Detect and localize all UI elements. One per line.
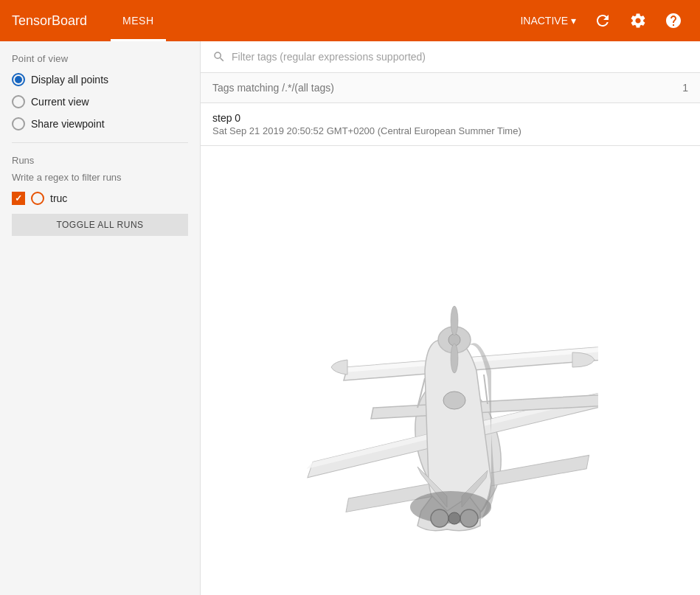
svg-point-15: [443, 392, 465, 409]
main-content: Tags matching / .* /(all tags) 1 step 0 …: [201, 41, 700, 595]
svg-point-10: [451, 306, 458, 335]
filter-tags-input[interactable]: [232, 51, 688, 63]
tags-bar: Tags matching / .* /(all tags) 1: [201, 73, 700, 103]
point-of-view-options: Display all points Current view Share vi…: [12, 73, 188, 131]
run-item-truc: truc: [12, 192, 188, 205]
filter-bar: [201, 41, 700, 73]
svg-point-11: [451, 344, 458, 373]
runs-title: Runs: [12, 155, 188, 166]
header-right: INACTIVE ▾: [514, 6, 688, 35]
run-color-dot-truc: [31, 192, 44, 205]
refresh-icon: [594, 12, 611, 29]
svg-point-18: [448, 512, 460, 524]
app-logo: TensorBoard: [12, 13, 87, 29]
step-info: step 0 Sat Sep 21 2019 20:50:52 GMT+0200…: [201, 103, 700, 146]
tags-bar-pattern: .*: [285, 82, 291, 94]
search-icon: [212, 50, 226, 63]
dropdown-arrow-icon: ▾: [571, 15, 576, 27]
point-of-view-title: Point of view: [12, 53, 188, 64]
status-dropdown[interactable]: INACTIVE ▾: [514, 10, 582, 31]
run-checkbox-truc[interactable]: [12, 192, 25, 205]
app-header: TensorBoard MESH INACTIVE ▾: [0, 0, 700, 41]
runs-filter-hint: Write a regex to filter runs: [12, 172, 188, 183]
tags-bar-count: 1: [682, 82, 688, 94]
settings-button[interactable]: [623, 6, 653, 35]
help-icon: [665, 12, 682, 29]
radio-share-viewpoint[interactable]: Share viewpoint: [12, 117, 188, 131]
svg-point-16: [431, 509, 448, 527]
step-info-date: Sat Sep 21 2019 20:50:52 GMT+0200 (Centr…: [212, 125, 688, 136]
toggle-all-runs-button[interactable]: TOGGLE ALL RUNS: [12, 214, 188, 236]
tags-bar-prefix: Tags matching /: [212, 82, 285, 94]
radio-display-all-points[interactable]: Display all points: [12, 73, 188, 86]
step-label: step: [212, 112, 235, 124]
svg-line-14: [484, 375, 488, 404]
radio-circle-share-viewpoint: [12, 117, 25, 131]
sidebar-divider: [12, 142, 188, 143]
radio-current-view[interactable]: Current view: [12, 95, 188, 108]
nav-item-mesh[interactable]: MESH: [111, 0, 165, 41]
airplane-svg: [303, 223, 598, 533]
radio-label-current-view: Current view: [31, 96, 89, 108]
radio-circle-display-all: [12, 73, 25, 86]
main-layout: Point of view Display all points Current…: [0, 41, 700, 595]
radio-label-share-viewpoint: Share viewpoint: [31, 118, 105, 130]
sidebar: Point of view Display all points Current…: [0, 41, 201, 595]
step-value: 0: [235, 112, 240, 124]
refresh-button[interactable]: [588, 6, 617, 35]
radio-label-display-all: Display all points: [31, 74, 108, 86]
airplane-model: [303, 223, 598, 518]
help-button[interactable]: [659, 6, 688, 35]
main-nav: MESH: [111, 0, 165, 41]
radio-circle-current-view: [12, 95, 25, 108]
svg-point-17: [460, 509, 478, 527]
step-info-title: step 0: [212, 112, 688, 124]
run-label-truc: truc: [50, 192, 67, 204]
tags-bar-suffix: /(all tags): [291, 82, 334, 94]
3d-viewer[interactable]: [201, 146, 700, 595]
status-label: INACTIVE: [520, 15, 568, 27]
gear-icon: [629, 12, 647, 29]
